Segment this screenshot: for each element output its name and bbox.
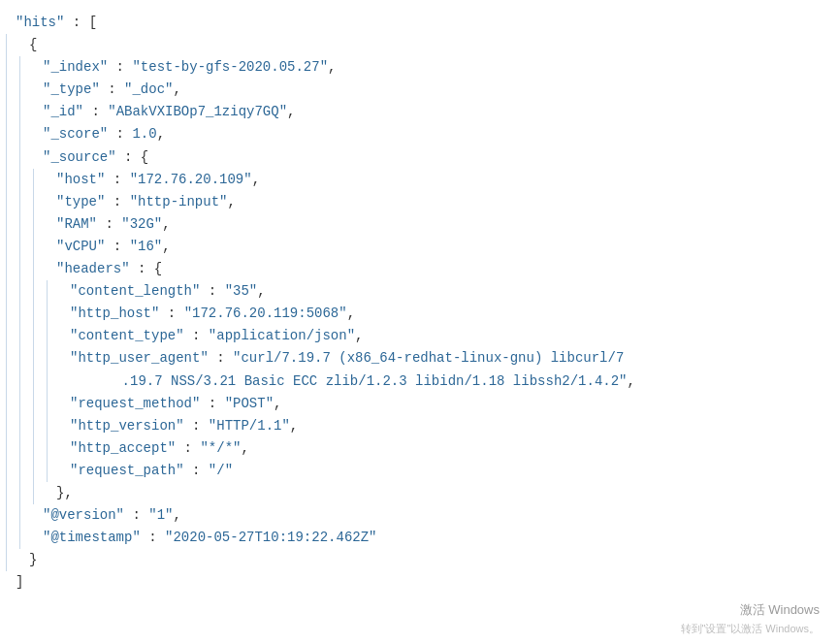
code-line: "http_version" : "HTTP/1.1", (0, 415, 839, 437)
watermark-line1: 激活 Windows (740, 600, 820, 621)
code-line: "request_path" : "/" (0, 460, 839, 482)
code-line: "_index" : "test-by-gfs-2020.05.27", (0, 56, 839, 79)
code-line: "@version" : "1", (0, 504, 839, 527)
code-line: "http_host" : "172.76.20.119:5068", (0, 303, 839, 325)
code-line: "http_user_agent" : "curl/7.19.7 (x86_64… (0, 347, 839, 370)
code-line: "_score" : 1.0, (0, 123, 839, 145)
code-area: "hits" : [{"_index" : "test-by-gfs-2020.… (0, 8, 839, 594)
code-line: "@timestamp" : "2020-05-27T10:19:22.462Z… (0, 527, 839, 549)
code-line: "hits" : [ (0, 12, 839, 34)
code-line: "request_method" : "POST", (0, 393, 839, 415)
code-line: "headers" : { (0, 258, 839, 280)
code-line: "_type" : "_doc", (0, 79, 839, 101)
code-line: .19.7 NSS/3.21 Basic ECC zlib/1.2.3 libi… (0, 370, 839, 393)
code-line: "RAM" : "32G", (0, 213, 839, 236)
code-line: }, (0, 482, 839, 504)
code-line: "vCPU" : "16", (0, 236, 839, 258)
code-line: "content_length" : "35", (0, 280, 839, 303)
code-line: "type" : "http-input", (0, 191, 839, 213)
code-line: "content_type" : "application/json", (0, 325, 839, 347)
code-line: "_source" : { (0, 146, 839, 169)
json-viewer: "hits" : [{"_index" : "test-by-gfs-2020.… (0, 0, 839, 644)
code-line: "http_accept" : "*/*", (0, 437, 839, 460)
code-line: ] (0, 571, 839, 594)
code-line: { (0, 34, 839, 56)
code-line: "_id" : "ABakVXIBOp7_1ziqy7GQ", (0, 101, 839, 123)
code-line: "host" : "172.76.20.109", (0, 169, 839, 191)
watermark-line2: 转到"设置"以激活 Windows。 (681, 621, 821, 638)
code-line: } (0, 549, 839, 571)
